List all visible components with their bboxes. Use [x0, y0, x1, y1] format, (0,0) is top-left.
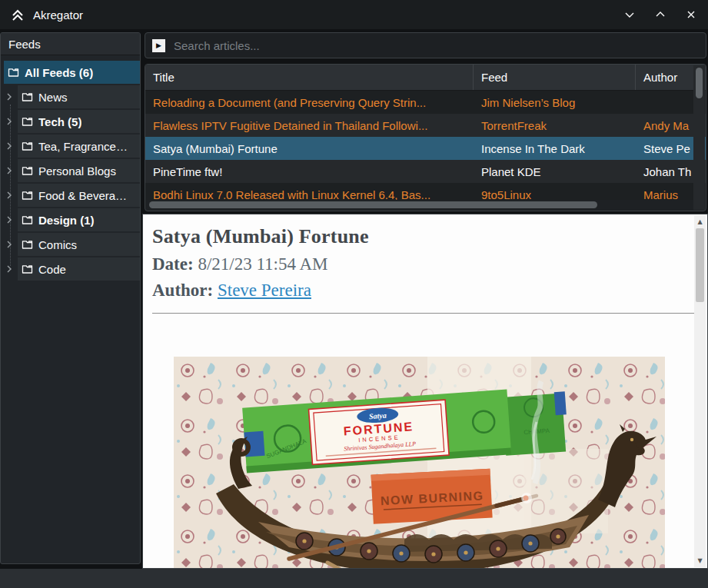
- article-row[interactable]: Reloading a Document (and Preserving Que…: [145, 91, 706, 114]
- expander-chevron-icon[interactable]: [1, 166, 18, 175]
- article-row-title: Satya (Mumbai) Fortune: [145, 142, 474, 155]
- sidebar-feed-item[interactable]: Tea, Fragrance…: [1, 134, 140, 158]
- article-row[interactable]: PineTime ftw! Planet KDE Johan Th: [145, 160, 706, 183]
- folder-icon: [22, 117, 33, 127]
- feeds-panel-title: Feeds: [1, 33, 140, 55]
- article-row-feed: TorrentFreak: [474, 119, 636, 132]
- article-row-title: Flawless IPTV Fugitive Detained in Thail…: [145, 119, 474, 132]
- expander-chevron-icon[interactable]: [1, 117, 18, 126]
- expander-chevron-icon[interactable]: [1, 92, 18, 101]
- feed-item-label: Personal Blogs: [38, 164, 116, 178]
- viewer-vertical-scrollbar[interactable]: ▲ ▼: [694, 215, 706, 567]
- article-row-feed: 9to5Linux: [474, 188, 636, 201]
- article-image: SUGANDHALA CHAMPA Satya FORTUNE INCENSE …: [174, 357, 665, 569]
- expander-chevron-icon[interactable]: [1, 215, 18, 224]
- viewer-scrollbar-handle[interactable]: [696, 228, 704, 302]
- feed-item-label: Tech (5): [38, 115, 81, 128]
- sidebar-feed-item[interactable]: Code: [1, 257, 140, 281]
- article-row[interactable]: Flawless IPTV Fugitive Detained in Thail…: [145, 114, 706, 137]
- feeds-panel: Feeds All Feeds (6) News: [0, 32, 141, 564]
- article-list-header: Title Feed Author: [145, 65, 706, 91]
- folder-icon: [22, 191, 33, 201]
- horizontal-scrollbar[interactable]: [146, 200, 693, 210]
- article-author-line: Author: Steve Pereira: [152, 281, 707, 301]
- article-row[interactable]: Satya (Mumbai) Fortune Incense In The Da…: [145, 137, 706, 160]
- chevron-up-icon: [654, 8, 666, 21]
- search-placeholder: Search articles...: [174, 39, 260, 52]
- article-viewer: Satya (Mumbai) Fortune Date: 8/21/23 11:…: [142, 214, 708, 569]
- chevron-down-icon: [623, 8, 636, 21]
- scroll-down-icon[interactable]: ▼: [694, 557, 706, 564]
- feed-item-label: Food & Bevera…: [38, 189, 127, 202]
- folder-icon: [22, 215, 33, 225]
- folder-icon: [22, 264, 33, 274]
- feed-item-label: News: [38, 91, 68, 104]
- expander-chevron-icon[interactable]: [1, 264, 18, 274]
- column-header-title[interactable]: Title: [145, 65, 474, 90]
- author-link[interactable]: Steve Pereira: [218, 281, 311, 300]
- date-label: Date:: [152, 254, 194, 274]
- sidebar-feed-item[interactable]: Food & Bevera…: [1, 183, 140, 208]
- expander-chevron-icon[interactable]: [1, 141, 18, 151]
- sidebar-feed-item[interactable]: Comics: [1, 232, 140, 257]
- article-row-title: PineTime ftw!: [145, 165, 474, 178]
- horizontal-scrollbar-handle[interactable]: [149, 201, 597, 208]
- article-row-feed: Incense In The Dark: [474, 142, 636, 155]
- sidebar-feed-item[interactable]: Tech (5): [1, 109, 140, 134]
- list-scrollbar-handle[interactable]: [696, 68, 703, 98]
- feed-item-label: All Feeds (6): [25, 66, 93, 79]
- folder-icon: [22, 240, 33, 250]
- filter-icon: ▶: [152, 39, 165, 52]
- maximize-button[interactable]: [654, 8, 666, 21]
- window-title: Akregator: [33, 8, 83, 22]
- article-date-line: Date: 8/21/23 11:54 AM: [152, 254, 707, 274]
- author-label: Author:: [152, 281, 213, 300]
- scroll-up-icon[interactable]: ▲: [694, 218, 706, 225]
- expander-chevron-icon[interactable]: [1, 191, 18, 200]
- folder-icon: [22, 92, 33, 102]
- window-bottom-edge: [0, 569, 708, 588]
- column-header-feed[interactable]: Feed: [474, 65, 636, 90]
- titlebar: Akregator: [0, 0, 708, 29]
- article-row-feed: Jim Nielsen’s Blog: [474, 96, 636, 109]
- feed-tree: All Feeds (6) News Tech (5): [1, 55, 140, 281]
- article-rows: Reloading a Document (and Preserving Que…: [145, 91, 706, 201]
- folder-icon: [8, 68, 19, 78]
- article-list: Title Feed Author Reloading a Document (…: [145, 64, 706, 211]
- minimize-button[interactable]: [623, 8, 636, 21]
- article-row[interactable]: Bodhi Linux 7.0 Released with Linux Kern…: [145, 183, 706, 201]
- article-row-feed: Planet KDE: [474, 165, 636, 178]
- expander-chevron-icon[interactable]: [1, 240, 18, 249]
- article-title: Satya (Mumbai) Fortune: [152, 225, 707, 248]
- close-button[interactable]: [685, 8, 697, 21]
- sidebar-feed-item[interactable]: Personal Blogs: [1, 158, 140, 183]
- folder-icon: [22, 141, 33, 151]
- feed-item-label: Design (1): [38, 214, 95, 227]
- article-row-title: Bodhi Linux 7.0 Released with Linux Kern…: [145, 188, 474, 201]
- search-input[interactable]: ▶ Search articles...: [145, 32, 706, 58]
- sidebar-feed-item[interactable]: Design (1): [1, 208, 140, 232]
- app-icon: [10, 7, 25, 22]
- close-icon: [685, 8, 697, 21]
- article-row-title: Reloading a Document (and Preserving Que…: [145, 96, 474, 109]
- svg-text:Satya: Satya: [369, 411, 387, 421]
- folder-icon: [22, 166, 33, 176]
- divider: [152, 313, 695, 314]
- feed-item-label: Comics: [38, 238, 77, 251]
- feed-item-label: Tea, Fragrance…: [38, 140, 128, 153]
- date-value: 8/21/23 11:54 AM: [198, 254, 327, 274]
- sidebar-feed-item[interactable]: News: [1, 85, 140, 109]
- akregator-window: Akregator Feeds: [0, 0, 708, 588]
- sidebar-feed-item[interactable]: All Feeds (6): [1, 60, 140, 85]
- feed-item-label: Code: [38, 263, 66, 276]
- list-vertical-scrollbar[interactable]: [693, 65, 705, 210]
